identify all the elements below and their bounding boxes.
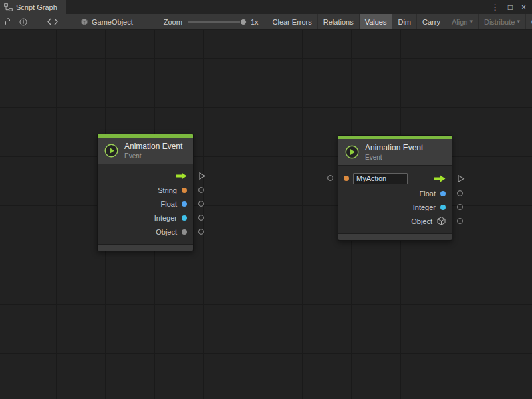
node-footer — [338, 233, 452, 240]
maximize-icon[interactable]: □ — [508, 3, 513, 11]
dim-button[interactable]: Dim — [392, 14, 416, 29]
output-row-object: Object — [98, 225, 193, 239]
object-output-port[interactable] — [198, 229, 204, 235]
window-controls: ⋮ □ × — [491, 0, 532, 14]
tab-label: Script Graph — [16, 3, 57, 11]
action-input-port[interactable] — [327, 175, 333, 181]
float-output-port[interactable] — [198, 201, 204, 207]
zoom-slider[interactable] — [188, 18, 247, 26]
flow-output-port[interactable] — [457, 174, 465, 183]
object-type-dot — [182, 229, 187, 235]
values-button[interactable]: Values — [359, 14, 392, 29]
gameobject-selector[interactable]: GameObject — [80, 18, 133, 26]
code-brackets-icon[interactable] — [47, 18, 58, 25]
graph-toolbar: GameObject Zoom 1x Clear Errors Relation… — [0, 14, 532, 30]
integer-output-port[interactable] — [457, 204, 463, 210]
zoom-label: Zoom — [164, 18, 182, 26]
gameobject-icon — [80, 18, 88, 26]
float-type-dot — [440, 191, 446, 196]
animation-event-node-left[interactable]: Animation Event Event — [97, 134, 194, 251]
output-row-string: String — [98, 183, 193, 197]
node-body: Float Integer Object — [338, 166, 452, 233]
string-type-dot — [344, 176, 349, 181]
node-body: String Float Integer Object — [98, 164, 193, 244]
node-header[interactable]: Animation Event Event — [338, 139, 452, 166]
event-icon — [104, 143, 119, 158]
zoom-value: 1x — [251, 18, 259, 26]
node-footer — [98, 244, 193, 251]
integer-type-dot — [182, 215, 187, 221]
zoom-slider-knob[interactable] — [240, 19, 247, 25]
info-icon[interactable] — [19, 18, 27, 26]
zoom-slider-track[interactable] — [188, 21, 247, 23]
relations-button[interactable]: Relations — [317, 14, 359, 29]
output-row-float: Float — [98, 197, 193, 211]
gameobject-label: GameObject — [92, 18, 133, 26]
overview-button[interactable]: Overv — [525, 14, 532, 29]
float-type-dot — [182, 201, 187, 207]
action-name-input[interactable] — [353, 173, 408, 184]
node-subtitle: Event — [124, 152, 182, 160]
tab-bar: Script Graph ⋮ □ × — [0, 0, 532, 14]
flow-output-row — [98, 169, 193, 183]
distribute-button[interactable]: Distribute ▾ — [478, 14, 525, 29]
flow-arrow-icon — [176, 172, 187, 180]
event-icon — [344, 144, 360, 160]
cube-icon — [437, 217, 446, 225]
chevron-down-icon: ▾ — [517, 19, 520, 25]
node-subtitle: Event — [365, 154, 423, 161]
lock-icon[interactable] — [5, 17, 12, 26]
output-row-float: Float — [338, 186, 452, 200]
string-type-dot — [182, 188, 187, 193]
flow-output-port[interactable] — [198, 172, 206, 180]
script-graph-window: Script Graph ⋮ □ × — [0, 0, 532, 399]
object-output-port[interactable] — [457, 218, 463, 224]
script-graph-icon — [4, 3, 13, 11]
window-menu-icon[interactable]: ⋮ — [491, 3, 499, 11]
flow-arrow-icon — [434, 175, 446, 182]
string-output-port[interactable] — [198, 187, 204, 193]
toolbar-buttons: Clear Errors Relations Values Dim Carry … — [267, 14, 532, 29]
animation-event-node-right[interactable]: Animation Event Event — [338, 135, 452, 241]
output-row-integer: Integer — [98, 211, 193, 225]
close-icon[interactable]: × — [521, 3, 526, 11]
chevron-down-icon: ▾ — [469, 19, 473, 25]
tab-script-graph[interactable]: Script Graph — [0, 0, 66, 14]
carry-button[interactable]: Carry — [416, 14, 446, 29]
graph-canvas[interactable]: Animation Event Event — [0, 30, 532, 399]
output-row-object: Object — [338, 214, 452, 228]
node-title: Animation Event — [365, 143, 423, 152]
clear-errors-button[interactable]: Clear Errors — [267, 14, 317, 29]
integer-output-port[interactable] — [198, 215, 204, 221]
action-input-row — [338, 170, 452, 186]
float-output-port[interactable] — [457, 190, 463, 196]
output-row-integer: Integer — [338, 200, 452, 214]
node-title: Animation Event — [124, 142, 182, 151]
align-button[interactable]: Align ▾ — [446, 14, 478, 29]
integer-type-dot — [440, 205, 446, 210]
node-header[interactable]: Animation Event Event — [98, 138, 193, 164]
